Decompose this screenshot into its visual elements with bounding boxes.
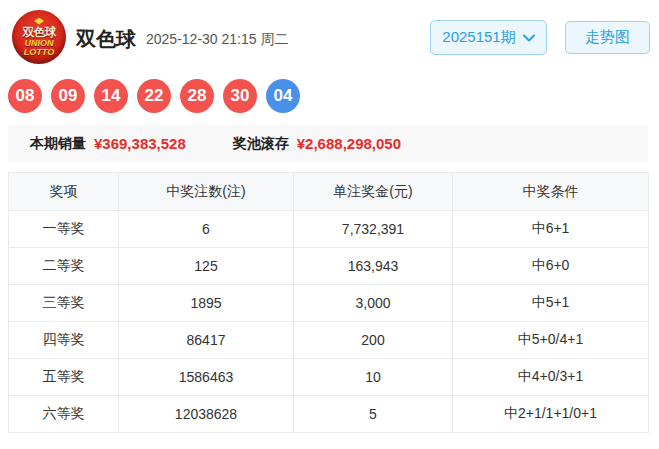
column-header: 中奖条件 xyxy=(453,173,649,211)
logo-text-cn: 双色球 xyxy=(23,26,56,38)
cell-amount: 3,000 xyxy=(294,285,453,322)
prize-table-body: 一等奖67,732,391中6+1二等奖125163,943中6+0三等奖189… xyxy=(9,211,649,433)
cell-condition: 中6+0 xyxy=(453,248,649,285)
cell-amount: 200 xyxy=(294,322,453,359)
page-title: 双色球 xyxy=(76,26,136,53)
union-lotto-logo: 双色球 UNION LOTTO xyxy=(12,10,66,64)
cell-count: 1895 xyxy=(119,285,294,322)
table-row: 五等奖158646310中4+0/3+1 xyxy=(9,359,649,396)
table-row: 六等奖120386285中2+1/1+1/0+1 xyxy=(9,396,649,433)
cell-count: 86417 xyxy=(119,322,294,359)
stats-bar: 本期销量 ¥369,383,528 奖池滚存 ¥2,688,298,050 xyxy=(8,125,648,162)
lottery-results-page: 双色球 UNION LOTTO 双色球 2025-12-30 21:15 周二 … xyxy=(0,0,659,449)
cell-prize: 一等奖 xyxy=(9,211,119,248)
cell-prize: 三等奖 xyxy=(9,285,119,322)
column-header: 奖项 xyxy=(9,173,119,211)
cell-amount: 163,943 xyxy=(294,248,453,285)
table-row: 二等奖125163,943中6+0 xyxy=(9,248,649,285)
prize-table-header: 奖项中奖注数(注)单注奖金(元)中奖条件 xyxy=(9,173,649,211)
cell-amount: 5 xyxy=(294,396,453,433)
column-header: 单注奖金(元) xyxy=(294,173,453,211)
cell-count: 125 xyxy=(119,248,294,285)
cell-amount: 10 xyxy=(294,359,453,396)
table-row: 一等奖67,732,391中6+1 xyxy=(9,211,649,248)
drawn-numbers: 08091422283004 xyxy=(8,79,300,113)
cell-condition: 中4+0/3+1 xyxy=(453,359,649,396)
cell-count: 6 xyxy=(119,211,294,248)
blue-ball: 04 xyxy=(266,79,300,113)
column-header: 中奖注数(注) xyxy=(119,173,294,211)
cell-prize: 四等奖 xyxy=(9,322,119,359)
cell-count: 1586463 xyxy=(119,359,294,396)
issue-select-value: 2025151期 xyxy=(442,28,515,47)
pool-value: ¥2,688,298,050 xyxy=(297,135,401,152)
logo-text-lotto: LOTTO xyxy=(24,48,54,57)
cell-prize: 二等奖 xyxy=(9,248,119,285)
cell-prize: 五等奖 xyxy=(9,359,119,396)
table-row: 三等奖18953,000中5+1 xyxy=(9,285,649,322)
prize-table: 奖项中奖注数(注)单注奖金(元)中奖条件 一等奖67,732,391中6+1二等… xyxy=(8,172,649,433)
cell-condition: 中5+0/4+1 xyxy=(453,322,649,359)
table-row: 四等奖86417200中5+0/4+1 xyxy=(9,322,649,359)
red-ball: 30 xyxy=(223,79,257,113)
chevron-down-icon xyxy=(523,34,535,42)
red-ball: 14 xyxy=(94,79,128,113)
sales-label: 本期销量 xyxy=(30,135,86,153)
red-ball: 09 xyxy=(51,79,85,113)
red-ball: 22 xyxy=(137,79,171,113)
issue-select-dropdown[interactable]: 2025151期 xyxy=(430,20,547,55)
cell-prize: 六等奖 xyxy=(9,396,119,433)
trend-chart-button[interactable]: 走势图 xyxy=(565,21,650,54)
pool-label: 奖池滚存 xyxy=(233,135,289,153)
cell-amount: 7,732,391 xyxy=(294,211,453,248)
logo-emblem-icon xyxy=(34,18,44,25)
cell-count: 12038628 xyxy=(119,396,294,433)
sales-value: ¥369,383,528 xyxy=(94,135,186,152)
cell-condition: 中6+1 xyxy=(453,211,649,248)
red-ball: 28 xyxy=(180,79,214,113)
cell-condition: 中2+1/1+1/0+1 xyxy=(453,396,649,433)
cell-condition: 中5+1 xyxy=(453,285,649,322)
draw-datetime: 2025-12-30 21:15 周二 xyxy=(146,31,288,49)
red-ball: 08 xyxy=(8,79,42,113)
prize-table-header-row: 奖项中奖注数(注)单注奖金(元)中奖条件 xyxy=(9,173,649,211)
